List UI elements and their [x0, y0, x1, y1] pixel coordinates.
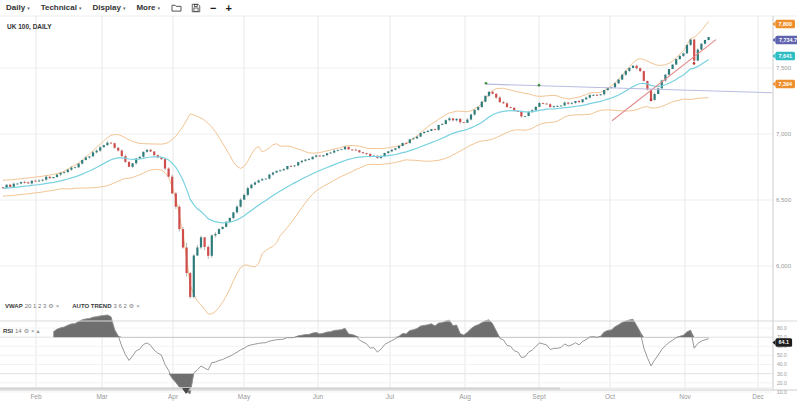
svg-text:80.0: 80.0 [777, 325, 787, 331]
settings-icon[interactable]: ⚙ [24, 327, 29, 334]
auto-trend-name: AUTO TREND [72, 303, 111, 309]
svg-text:Nov: Nov [679, 393, 691, 400]
svg-text:30.0: 30.0 [777, 371, 787, 377]
lower-band-tag: 7,394 [773, 80, 796, 88]
trendline-support [612, 40, 716, 121]
svg-text:Sept: Sept [532, 393, 546, 401]
menu-daily-label: Daily [6, 3, 25, 12]
open-layout-icon[interactable] [171, 3, 182, 12]
chevron-down-icon: ▾ [123, 5, 126, 11]
svg-text:7,800: 7,800 [779, 21, 793, 27]
svg-text:Jul: Jul [386, 393, 395, 400]
svg-text:6,500: 6,500 [776, 197, 792, 203]
svg-text:6,000: 6,000 [776, 263, 792, 269]
settings-icon[interactable]: ⚙ [48, 302, 53, 309]
trend-pivot-dot [650, 99, 653, 102]
close-icon[interactable]: × [136, 303, 140, 309]
svg-text:Aug: Aug [459, 393, 471, 401]
svg-text:Apr: Apr [168, 393, 179, 401]
menu-daily[interactable]: Daily ▾ [6, 3, 30, 12]
vwap-tag: 7,641 [773, 52, 796, 60]
svg-text:20.0: 20.0 [777, 380, 787, 386]
save-chart-icon[interactable] [191, 3, 201, 13]
trend-pivot-dot [538, 84, 541, 87]
svg-text:7,500: 7,500 [776, 65, 792, 71]
vwap-params: 20 1 2 3 [25, 303, 47, 309]
chevron-down-icon: ▾ [158, 5, 161, 11]
chevron-down-icon: ▾ [27, 5, 30, 11]
vwap-bands [3, 21, 709, 314]
vwap-name: VWAP [5, 303, 23, 309]
svg-text:50.0: 50.0 [777, 352, 787, 358]
close-icon[interactable]: × [31, 328, 35, 334]
chart-toolbar: Daily ▾ Technical ▾ Display ▾ More ▾ − + [0, 0, 797, 15]
trendline-resistance [486, 84, 772, 93]
close-icon[interactable]: × [56, 303, 60, 309]
svg-text:Feb: Feb [30, 393, 42, 400]
price-chart-canvas[interactable]: 7,5007,0006,5006,00080.070.060.050.040.0… [0, 0, 797, 404]
svg-text:40.0: 40.0 [777, 361, 787, 367]
menu-technical[interactable]: Technical ▾ [41, 3, 82, 12]
symbol-title: UK 100, DAILY [7, 23, 52, 30]
vwap-line [3, 60, 709, 223]
rsi-params: 14 [15, 328, 22, 334]
auto-trend-params: 3 6 2 [114, 303, 127, 309]
svg-text:64.1: 64.1 [779, 339, 790, 345]
last-price-tag: 7,734.70 [773, 36, 797, 44]
chevron-down-icon: ▾ [79, 5, 82, 11]
svg-text:7,734.70: 7,734.70 [779, 37, 797, 43]
menu-more-label: More [136, 3, 155, 12]
svg-text:May: May [238, 393, 251, 401]
candles-layer[interactable] [2, 37, 710, 299]
zoom-in-icon[interactable]: + [226, 3, 232, 13]
svg-text:Dec: Dec [752, 393, 764, 400]
settings-icon[interactable]: ⚙ [129, 302, 134, 309]
axis-frame [0, 16, 797, 390]
svg-text:Oct: Oct [605, 393, 615, 400]
menu-display-label: Display [92, 3, 120, 12]
svg-text:10.0: 10.0 [777, 389, 787, 395]
time-scrollbar-thumb[interactable] [0, 388, 560, 390]
trend-pivot-dot [693, 62, 696, 65]
rsi-indicator-label-row: RSI 14 ⚙ × ▴ [3, 327, 53, 334]
indicator-labels-row: VWAP 20 1 2 3 ⚙ × AUTO TREND 3 6 2 ⚙ × [5, 302, 153, 309]
indicator-vwap: VWAP 20 1 2 3 ⚙ × [5, 302, 59, 309]
gridlines [0, 16, 797, 392]
collapse-panel-icon[interactable]: ▴ [37, 327, 40, 334]
rsi-name: RSI [3, 328, 13, 334]
zoom-out-icon[interactable]: − [210, 3, 216, 13]
svg-text:Mar: Mar [96, 393, 108, 400]
indicator-auto-trend: AUTO TREND 3 6 2 ⚙ × [72, 302, 140, 309]
svg-text:7,000: 7,000 [776, 131, 792, 137]
menu-technical-label: Technical [41, 3, 77, 12]
upper-band-tag: 7,800 [773, 20, 796, 28]
chart-application: Daily ▾ Technical ▾ Display ▾ More ▾ − +… [0, 0, 797, 404]
indicator-rsi: RSI 14 ⚙ × ▴ [3, 327, 40, 334]
menu-display[interactable]: Display ▾ [92, 3, 125, 12]
rsi-value-tag: 64.1 [773, 338, 793, 346]
svg-text:Jun: Jun [313, 393, 324, 400]
svg-text:7,641: 7,641 [779, 53, 793, 59]
menu-more[interactable]: More ▾ [136, 3, 160, 12]
trend-pivot-dot [485, 82, 488, 85]
auto-trend-lines [485, 40, 772, 121]
svg-text:7,394: 7,394 [779, 81, 793, 87]
